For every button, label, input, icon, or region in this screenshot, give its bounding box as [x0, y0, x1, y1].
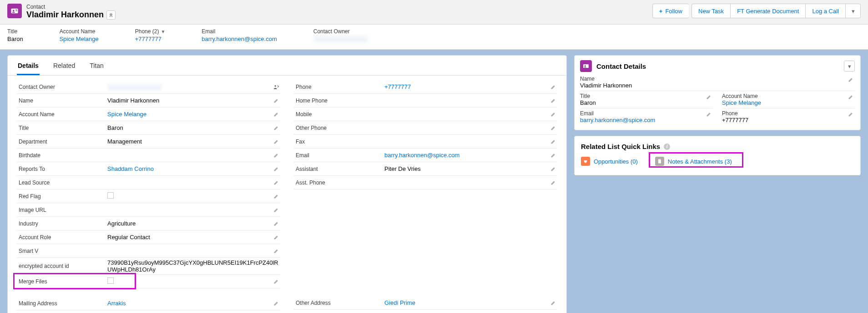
edit-industry-icon[interactable] [272, 221, 280, 226]
cd-value-email-link[interactable]: barry.harkonnen@spice.com [580, 117, 713, 123]
hl-owner-label: Contact Owner [313, 28, 368, 35]
label-lead-source: Lead Source [17, 180, 106, 186]
value-email-link[interactable]: barry.harkonnen@spice.com [383, 152, 549, 159]
notes-attachments-link[interactable]: Notes & Attachments (3) [668, 158, 732, 165]
contact-details-card: Contact Details ▾ Name Vladimir Harkonne… [574, 55, 861, 130]
more-actions-button[interactable]: ▾ [845, 4, 861, 18]
hierarchy-button[interactable] [106, 10, 116, 20]
info-icon[interactable]: i [664, 144, 670, 150]
edit-fax-icon[interactable] [549, 139, 557, 144]
chevron-down-icon: ▾ [852, 8, 855, 15]
svg-point-6 [585, 65, 586, 67]
cd-label-name: Name [580, 76, 855, 82]
new-task-button[interactable]: New Task [691, 4, 730, 18]
hl-email-link[interactable]: barry.harkonnen@spice.com [202, 36, 277, 42]
notes-icon [655, 157, 664, 166]
cd-label-title: Title [580, 93, 713, 99]
label-smart-v: Smart V [17, 248, 106, 254]
label-reports-to: Reports To [17, 166, 106, 172]
edit-other-address-icon[interactable] [549, 300, 557, 306]
edit-red-flag-icon[interactable] [272, 193, 280, 199]
edit-smart-v-icon[interactable] [272, 248, 280, 254]
contact-details-title: Contact Details [596, 62, 839, 70]
hl-title-label: Title [7, 28, 23, 35]
edit-assistant-icon[interactable] [549, 166, 557, 172]
value-phone-link[interactable]: +7777777 [383, 83, 549, 90]
edit-email-icon[interactable] [549, 152, 557, 158]
edit-account-icon[interactable] [272, 111, 280, 117]
merge-files-checkbox[interactable] [107, 277, 114, 284]
edit-other-phone-icon[interactable] [549, 125, 557, 131]
value-mailing-address-link[interactable]: Arrakis [106, 300, 272, 307]
value-other-address-link[interactable]: Giedi Prime [383, 299, 549, 306]
cd-value-account-link[interactable]: Spice Melange [722, 99, 855, 106]
cd-edit-title-icon[interactable] [705, 94, 713, 100]
edit-reports-to-icon[interactable] [272, 166, 280, 172]
hl-title-value: Baron [7, 36, 23, 42]
cd-value-name: Vladimir Harkonnen [580, 82, 855, 89]
cd-edit-phone-icon[interactable] [847, 111, 855, 117]
edit-account-role-icon[interactable] [272, 234, 280, 240]
opportunities-link[interactable]: Opportunities (0) [594, 158, 638, 165]
value-industry: Agriculture [106, 220, 272, 227]
label-encrypted-id: encrypted account id [17, 263, 106, 269]
edit-department-icon[interactable] [272, 139, 280, 144]
generate-document-button[interactable]: FT Generate Document [730, 4, 805, 18]
header-actions: + Follow New Task FT Generate Document L… [652, 4, 861, 18]
edit-lead-source-icon[interactable] [272, 180, 280, 185]
edit-phone-icon[interactable] [549, 84, 557, 90]
cd-edit-name-icon[interactable] [847, 77, 855, 82]
label-department: Department [17, 139, 106, 145]
contact-details-menu-button[interactable]: ▾ [844, 61, 855, 72]
red-flag-checkbox[interactable] [107, 192, 114, 199]
tab-titan[interactable]: Titan [89, 56, 105, 75]
cd-edit-email-icon[interactable] [705, 111, 713, 117]
details-left-column: Contact Owner Name Vladimir Harkonnen Ac… [17, 80, 280, 310]
follow-button[interactable]: + Follow [652, 4, 689, 18]
edit-image-url-icon[interactable] [272, 207, 280, 213]
edit-merge-files-icon[interactable] [272, 278, 280, 284]
label-account-name: Account Name [17, 111, 106, 118]
edit-birthdate-icon[interactable] [272, 152, 280, 158]
label-fax: Fax [294, 139, 383, 145]
tab-related[interactable]: Related [52, 56, 76, 75]
hl-phone-label[interactable]: Phone (2)▼ [135, 28, 166, 35]
value-encrypted-id: 73990B1yRsu9oyM995C37GjcYX0gHBLUNR5EI19K… [106, 259, 280, 273]
hl-phone-link[interactable]: +7777777 [135, 36, 166, 42]
hl-account-link[interactable]: Spice Melange [60, 36, 99, 42]
value-contact-owner-redacted [107, 83, 162, 91]
contact-details-icon [580, 60, 592, 72]
object-label: Contact [26, 4, 116, 10]
value-reports-to-link[interactable]: Shaddam Corrino [106, 165, 272, 172]
page-header: Contact Vladimir Harkonnen + Follow New … [0, 0, 868, 25]
svg-point-1 [13, 10, 14, 11]
label-email: Email [294, 152, 383, 159]
edit-mailing-address-icon[interactable] [272, 300, 280, 306]
highlights-panel: Title Baron Account Name Spice Melange P… [0, 25, 868, 50]
label-asst-phone: Asst. Phone [294, 180, 383, 186]
value-name: Vladimir Harkonnen [106, 97, 272, 104]
log-a-call-button[interactable]: Log a Call [805, 4, 845, 18]
cd-edit-account-icon[interactable] [847, 94, 855, 100]
label-merge-files: Merge Files [17, 278, 106, 285]
label-industry: Industry [17, 221, 106, 227]
label-contact-owner: Contact Owner [17, 84, 106, 90]
label-image-url: Image URL [17, 207, 106, 213]
contact-icon [7, 4, 22, 18]
edit-mobile-icon[interactable] [549, 111, 557, 117]
quick-links-card: Related List Quick Links i Opportunities… [574, 136, 861, 175]
svg-rect-2 [15, 10, 17, 10]
edit-name-icon[interactable] [272, 97, 280, 103]
tab-details[interactable]: Details [17, 56, 40, 75]
edit-home-phone-icon[interactable] [549, 97, 557, 103]
change-owner-icon[interactable] [272, 84, 280, 90]
hl-owner-redacted [313, 36, 368, 43]
value-assistant: Piter De Vries [383, 165, 549, 172]
edit-title-icon[interactable] [272, 125, 280, 131]
value-account-link[interactable]: Spice Melange [106, 111, 272, 118]
label-mobile: Mobile [294, 111, 383, 118]
cd-label-account: Account Name [722, 93, 855, 99]
cd-value-phone: +7777777 [722, 117, 855, 123]
edit-asst-phone-icon[interactable] [549, 180, 557, 185]
cd-value-title: Baron [580, 99, 713, 106]
